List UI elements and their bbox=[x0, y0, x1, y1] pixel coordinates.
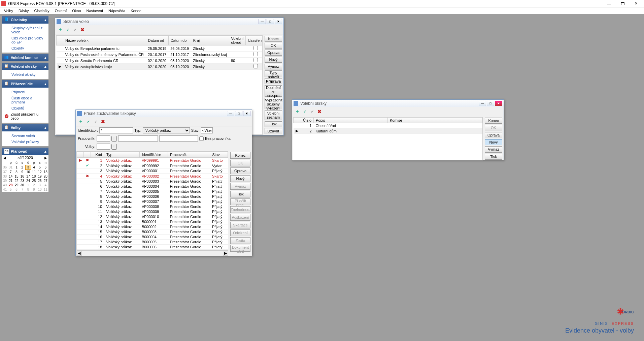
window-maximize-button[interactable]: □ bbox=[487, 101, 494, 106]
cal-day[interactable]: 11 bbox=[31, 170, 37, 175]
scroll-left-icon[interactable]: ◀ bbox=[76, 251, 82, 256]
closed-checkbox[interactable] bbox=[253, 46, 258, 50]
apply-icon[interactable]: ✔ bbox=[302, 108, 308, 115]
cal-day[interactable]: 17 bbox=[25, 174, 31, 179]
cal-day[interactable]: 31 bbox=[8, 165, 13, 170]
window-maximize-button[interactable]: □ bbox=[267, 19, 274, 24]
menu-nastavení[interactable]: Nastavení bbox=[84, 8, 106, 13]
panel-button[interactable]: Tisk bbox=[485, 154, 502, 160]
cal-day[interactable]: 25 bbox=[31, 179, 37, 183]
nav-header-volby[interactable]: 📋 Volby ▴ bbox=[2, 124, 48, 131]
table-row[interactable]: 17Voličský průkazB000005Prezentátor Gord… bbox=[77, 240, 228, 245]
cal-day[interactable]: 21 bbox=[8, 179, 13, 183]
menu-ostatní[interactable]: Ostatní bbox=[52, 8, 69, 13]
cal-day[interactable]: 23 bbox=[20, 179, 25, 183]
stav-input[interactable] bbox=[201, 127, 213, 133]
window-minimize-button[interactable]: — bbox=[227, 111, 234, 116]
panel-button[interactable]: Výmaz bbox=[265, 64, 282, 70]
cal-day[interactable]: 22 bbox=[14, 179, 20, 183]
table-row[interactable]: ✖4Voličský průkazVP000002Prezentátor Gor… bbox=[77, 174, 228, 179]
panel-button[interactable]: Uzavřít bbox=[265, 128, 282, 134]
nav-header-volebni-okrsky[interactable]: 📋 Volební okrsky ▴ bbox=[2, 63, 48, 70]
closed-checkbox[interactable] bbox=[253, 52, 258, 56]
menu-číselníky[interactable]: Číselníky bbox=[31, 8, 52, 13]
panel-button[interactable]: Tisk bbox=[230, 191, 250, 197]
panel-button[interactable]: Dokument ESS bbox=[230, 245, 250, 252]
panel-button[interactable]: Příprava bbox=[265, 78, 282, 84]
cal-day[interactable]: 30 bbox=[20, 183, 25, 187]
add-icon[interactable]: ＋ bbox=[294, 108, 300, 115]
table-row[interactable]: 3Voličský průkazVP000001Prezentátor Gord… bbox=[77, 168, 228, 174]
panel-button[interactable]: Konec bbox=[485, 118, 502, 124]
cal-day[interactable]: 12 bbox=[37, 170, 43, 175]
window-minimize-button[interactable]: — bbox=[259, 19, 266, 24]
panel-button[interactable]: Vyprázdnit skupiny vyřazení bbox=[265, 98, 282, 109]
cal-day[interactable]: 1 bbox=[25, 183, 31, 187]
window-close-button[interactable]: ✖ bbox=[243, 111, 250, 116]
add-icon[interactable]: ＋ bbox=[78, 119, 84, 125]
cal-day[interactable]: 7 bbox=[20, 187, 25, 192]
apply-grey-icon[interactable]: ✔ bbox=[309, 108, 315, 115]
minimize-button[interactable]: — bbox=[602, 0, 616, 7]
cal-day[interactable]: 5 bbox=[8, 187, 13, 192]
cal-day[interactable]: 6 bbox=[14, 187, 20, 192]
panel-button[interactable]: Typy pobytů bbox=[265, 70, 282, 77]
nav-link[interactable]: Objekty bbox=[2, 45, 48, 51]
apply-icon[interactable]: ✔ bbox=[85, 119, 91, 125]
pracovnik-name-input[interactable] bbox=[118, 135, 158, 142]
table-row[interactable]: ▶✖1Voličský průkazVP099991Prezentátor Go… bbox=[77, 158, 228, 163]
bez-pracovnika-checkbox[interactable] bbox=[199, 136, 204, 141]
table-row[interactable]: 7Voličský průkazVP000005Prezentátor Gord… bbox=[77, 189, 228, 194]
panel-button[interactable]: Nový bbox=[230, 175, 250, 182]
scroll-right-icon[interactable]: ▶ bbox=[223, 251, 228, 256]
table-row[interactable]: 8Voličský průkazVP000006Prezentátor Gord… bbox=[77, 194, 228, 199]
cancel-icon[interactable]: ✖ bbox=[100, 119, 106, 125]
apply-grey-icon[interactable]: ✔ bbox=[93, 119, 99, 125]
cal-day[interactable]: 8 bbox=[25, 187, 31, 192]
table-row[interactable]: 15Voličský průkazB000003Prezentátor Gord… bbox=[77, 229, 228, 235]
cal-day[interactable]: 2 bbox=[20, 165, 25, 170]
cal-day[interactable]: 9 bbox=[31, 187, 37, 192]
panel-button[interactable]: Oprava bbox=[485, 132, 502, 138]
nav-link[interactable]: Seznam voleb bbox=[2, 133, 48, 139]
table-row[interactable]: 11Voličský průkazVP000009Prezentátor Gor… bbox=[77, 209, 228, 214]
cal-day[interactable]: 16 bbox=[20, 174, 25, 179]
cancel-icon[interactable]: ✖ bbox=[316, 108, 323, 115]
table-row[interactable]: ▶Volby do zastupitelstva kraje02.10.2020… bbox=[57, 64, 263, 70]
volby-input[interactable] bbox=[97, 144, 110, 150]
menu-dávky[interactable]: Dávky bbox=[16, 8, 32, 13]
table-row[interactable]: Volby do Poslanecké sněmovny Parlamentu … bbox=[57, 52, 263, 58]
panel-button[interactable]: Doplnění ze sez.pro EP bbox=[265, 85, 282, 97]
cal-day[interactable]: 15 bbox=[14, 174, 20, 179]
window-minimize-button[interactable]: — bbox=[479, 101, 486, 106]
panel-button[interactable]: Přidělit prac. bbox=[230, 198, 250, 205]
panel-button[interactable]: Konec bbox=[230, 152, 250, 159]
table-row[interactable]: Volby do Senátu Parlamentu ČR02.10.20200… bbox=[57, 58, 263, 64]
table-row[interactable]: 10Voličský průkazVP000008Prezentátor Gor… bbox=[77, 204, 228, 209]
calendar-grid[interactable]: púsčpsn363112345637789101112133814151617… bbox=[2, 160, 48, 192]
cal-day[interactable]: 20 bbox=[43, 174, 48, 179]
panel-button[interactable]: Oprava bbox=[230, 167, 250, 174]
cal-day[interactable]: 27 bbox=[43, 179, 48, 183]
table-row[interactable]: Volby do Evropského parlamentu25.05.2019… bbox=[57, 45, 263, 52]
panel-button[interactable]: OK bbox=[230, 160, 250, 166]
identifikator-input[interactable] bbox=[99, 127, 133, 133]
panel-button[interactable]: Výmaz bbox=[485, 146, 502, 152]
window-close-button[interactable]: ✖ bbox=[275, 19, 282, 24]
panel-button[interactable]: Výmaz bbox=[230, 183, 250, 190]
nav-header-planovac[interactable]: 14 Plánovač ▴ bbox=[2, 148, 48, 155]
cal-day[interactable]: 3 bbox=[37, 183, 43, 187]
cal-day[interactable]: 5 bbox=[37, 165, 43, 170]
cal-day[interactable]: 9 bbox=[20, 170, 25, 175]
pracovnik-input[interactable] bbox=[97, 135, 110, 142]
apply-icon[interactable]: ✔ bbox=[65, 27, 71, 33]
close-button[interactable]: ✕ bbox=[629, 0, 643, 7]
cal-day[interactable]: 4 bbox=[31, 165, 37, 170]
cal-day[interactable]: 26 bbox=[37, 179, 43, 183]
cal-day[interactable]: 6 bbox=[43, 165, 48, 170]
panel-button[interactable]: Nový bbox=[265, 57, 282, 63]
panel-button[interactable]: Oprava bbox=[265, 50, 282, 56]
cal-day[interactable]: 28 bbox=[8, 183, 13, 187]
cal-day[interactable]: 8 bbox=[14, 170, 20, 175]
nav-header-volebni-komise[interactable]: 👥 Volební komise ▴ bbox=[2, 54, 48, 61]
